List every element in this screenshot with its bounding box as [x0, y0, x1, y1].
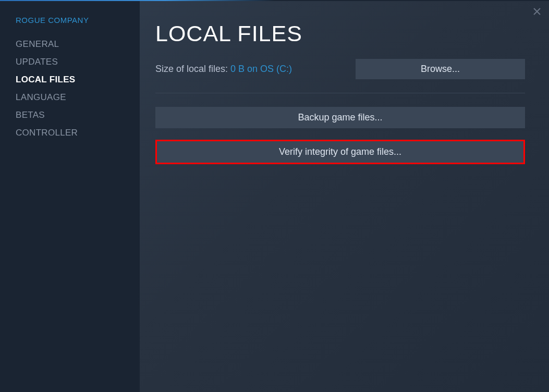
size-row: Size of local files: 0 B on OS (C:) Brow…: [155, 59, 525, 79]
size-info: Size of local files: 0 B on OS (C:): [155, 64, 292, 75]
size-label: Size of local files:: [155, 64, 230, 74]
verify-highlight: Verify integrity of game files...: [155, 140, 525, 164]
sidebar-item-betas[interactable]: BETAS: [16, 110, 124, 120]
sidebar-item-general[interactable]: GENERAL: [16, 39, 124, 50]
sidebar-item-controller[interactable]: CONTROLLER: [16, 128, 124, 138]
main-panel: LOCAL FILES Size of local files: 0 B on …: [140, 1, 549, 392]
close-button[interactable]: [532, 7, 542, 17]
divider: [155, 93, 525, 93]
backup-button[interactable]: Backup game files...: [155, 107, 525, 128]
browse-button[interactable]: Browse...: [356, 59, 525, 79]
window-container: ROGUE COMPANY GENERAL UPDATES LOCAL FILE…: [0, 1, 549, 392]
sidebar-item-language[interactable]: LANGUAGE: [16, 92, 124, 103]
size-value: 0 B on OS (C:): [230, 64, 292, 74]
sidebar: ROGUE COMPANY GENERAL UPDATES LOCAL FILE…: [0, 1, 140, 392]
game-title: ROGUE COMPANY: [16, 16, 124, 24]
verify-integrity-button[interactable]: Verify integrity of game files...: [157, 141, 523, 163]
close-icon: [533, 8, 541, 15]
page-title: LOCAL FILES: [155, 21, 525, 46]
sidebar-item-updates[interactable]: UPDATES: [16, 57, 124, 67]
sidebar-item-local-files[interactable]: LOCAL FILES: [16, 75, 124, 85]
